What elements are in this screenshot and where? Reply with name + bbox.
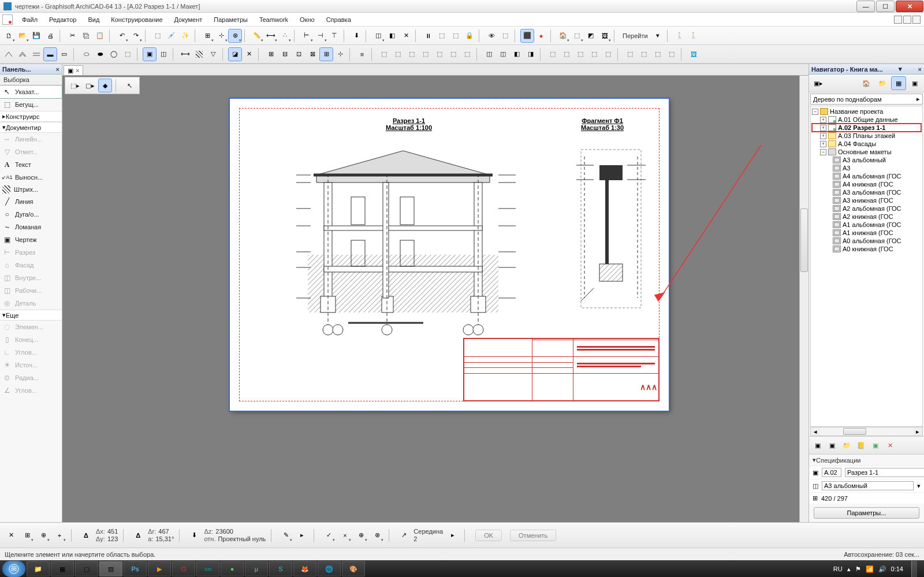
- edit-6-button[interactable]: ⊹: [334, 48, 346, 61]
- goto-dropdown[interactable]: ▾: [651, 29, 664, 42]
- mdi-close-button[interactable]: [912, 16, 921, 24]
- menu-options[interactable]: Параметры: [208, 14, 254, 25]
- toolbox-header[interactable]: Панель... ×: [0, 64, 62, 75]
- measure-button[interactable]: ⟷: [264, 29, 277, 42]
- trace-button[interactable]: ◫: [372, 29, 385, 42]
- menu-teamwork[interactable]: Teamwork: [254, 14, 294, 25]
- bool-3-button[interactable]: ⬚: [574, 48, 587, 61]
- fragment-drawing[interactable]: [576, 145, 646, 312]
- redo-button[interactable]: ↷: [129, 29, 142, 42]
- guide-2-button[interactable]: ▸: [296, 529, 308, 542]
- canvas-tool-2[interactable]: ▢▸: [84, 79, 96, 92]
- arr-4-button[interactable]: ◨: [524, 48, 537, 61]
- trace-ref-button[interactable]: ◧: [386, 29, 398, 42]
- tool-more-5[interactable]: ∠Углов...: [0, 384, 62, 397]
- tool-fill[interactable]: Штрих...: [0, 184, 62, 195]
- misc-2-button[interactable]: ⬚: [638, 48, 650, 61]
- coord-polar-button[interactable]: Δ: [132, 529, 144, 542]
- view-1-button[interactable]: ◪: [229, 48, 241, 61]
- task-green[interactable]: ●: [221, 561, 244, 576]
- tray-volume-icon[interactable]: 🔊: [878, 565, 886, 573]
- layout-code-input[interactable]: [822, 468, 841, 477]
- task-unknown-1[interactable]: ▦: [51, 561, 74, 576]
- navigator-header[interactable]: Навигатор - Книга ма... ▾ ×: [809, 64, 924, 75]
- menu-window[interactable]: Окно: [294, 14, 321, 25]
- mesh-button[interactable]: [30, 48, 43, 61]
- hide-button[interactable]: ⬚: [499, 29, 512, 42]
- coord-grid-button[interactable]: ⊞: [21, 529, 33, 542]
- task-ps[interactable]: Ps: [124, 561, 147, 576]
- tool-label[interactable]: ↙A1Выносн...: [0, 171, 62, 184]
- menu-document[interactable]: Документ: [169, 14, 208, 25]
- open-button[interactable]: 📂: [16, 29, 29, 42]
- group-document[interactable]: Документир: [0, 122, 62, 133]
- snap-2-button[interactable]: ×: [338, 529, 351, 542]
- op-1-button[interactable]: ⬚: [378, 48, 390, 61]
- element-snap-button[interactable]: ⊗: [229, 29, 241, 42]
- tray-lang[interactable]: RU: [833, 565, 843, 572]
- mdi-restore-button[interactable]: [903, 16, 911, 24]
- misc-3-button[interactable]: ⬚: [651, 48, 664, 61]
- tool-arc[interactable]: ○Дуга/о...: [0, 208, 62, 221]
- walk-1-button[interactable]: 🚶: [673, 29, 686, 42]
- group-design[interactable]: Конструирс: [0, 111, 62, 122]
- zone-3-button[interactable]: ◯: [107, 48, 120, 61]
- roof-2-button[interactable]: [16, 48, 29, 61]
- snap-mid-dd[interactable]: ▸: [446, 529, 459, 542]
- edit-5-button[interactable]: ⊞: [320, 48, 333, 61]
- arr-2-button[interactable]: ◫: [497, 48, 509, 61]
- toolbox-close-icon[interactable]: ×: [56, 66, 59, 73]
- tool-arrow[interactable]: ↖Указат...: [0, 85, 62, 98]
- walk-2-button[interactable]: 🚶: [687, 29, 700, 42]
- paste-button[interactable]: 📋: [94, 29, 106, 42]
- tree-layout-2-selected[interactable]: +A.02 Разрез 1-1: [812, 124, 921, 132]
- scroll-left-icon[interactable]: ◂: [811, 428, 820, 435]
- group-more[interactable]: Еще: [0, 310, 62, 321]
- coord-gravity-button[interactable]: ⬇: [188, 529, 200, 542]
- zone-1-button[interactable]: ⬭: [80, 48, 92, 61]
- op-6-button[interactable]: ⬚: [447, 48, 460, 61]
- new-button[interactable]: 🗋: [2, 29, 15, 42]
- misc-1-button[interactable]: ⬚: [624, 48, 636, 61]
- task-utorrent[interactable]: μ: [245, 561, 268, 576]
- roof-1-button[interactable]: [2, 48, 15, 61]
- tree-master-item[interactable]: A4 книжная (ГОС: [812, 180, 921, 188]
- 3d-window-button[interactable]: 🏠: [557, 29, 569, 42]
- slab-button[interactable]: ▬: [44, 48, 57, 61]
- nav-views-button[interactable]: 📁: [875, 77, 889, 90]
- task-media[interactable]: ▶: [148, 561, 171, 576]
- task-unknown-2[interactable]: ▢: [75, 561, 98, 576]
- tool-detail[interactable]: ◎Деталь: [0, 297, 62, 310]
- spec-header[interactable]: Спецификации: [809, 454, 924, 466]
- wall-fill-button[interactable]: ◫: [157, 48, 170, 61]
- dim-1-button[interactable]: ⊢: [300, 29, 313, 42]
- bool-2-button[interactable]: ⬚: [560, 48, 573, 61]
- eyedropper-button[interactable]: 💉: [165, 29, 178, 42]
- canvas-scrollbar-v[interactable]: [799, 76, 808, 522]
- op-5-button[interactable]: ⬚: [433, 48, 446, 61]
- gravity-button[interactable]: ⬇: [350, 29, 363, 42]
- nav-publisher-button[interactable]: ▣: [908, 77, 922, 90]
- guide-1-button[interactable]: ✎: [280, 529, 292, 542]
- chevron-down-icon[interactable]: ▾: [917, 482, 921, 490]
- doc-tab-close[interactable]: ×: [76, 67, 79, 74]
- magic-wand-button[interactable]: ✨: [179, 29, 192, 42]
- tool-interior[interactable]: ◫Внутре...: [0, 271, 62, 284]
- start-button[interactable]: [2, 561, 25, 577]
- edit-3-button[interactable]: ⊡: [292, 48, 305, 61]
- tree-master-item[interactable]: A3: [812, 164, 921, 172]
- dim-2-button[interactable]: ⊣: [314, 29, 327, 42]
- tool-more-3[interactable]: ☀Источ...: [0, 359, 62, 371]
- tool-linear-dim[interactable]: ↔Линейн...: [0, 133, 62, 146]
- tool-level[interactable]: ▽Отмет...: [0, 146, 62, 158]
- system-tray[interactable]: RU ▴ ⚑ 📶 🔊 0:14: [833, 561, 922, 577]
- nav-new-layout-button[interactable]: ▣: [811, 439, 824, 452]
- canvas-tool-3[interactable]: ◆: [99, 79, 111, 92]
- task-firefox[interactable]: 🦊: [293, 561, 316, 576]
- wall-contour-button[interactable]: ▣: [143, 48, 156, 61]
- edit-4-button[interactable]: ⊠: [306, 48, 319, 61]
- coord-snap-button[interactable]: +: [53, 529, 66, 542]
- document-icon[interactable]: [2, 14, 13, 25]
- title-block[interactable]: ∧∧∧: [463, 338, 660, 401]
- tree-root[interactable]: −Название проекта: [812, 107, 921, 116]
